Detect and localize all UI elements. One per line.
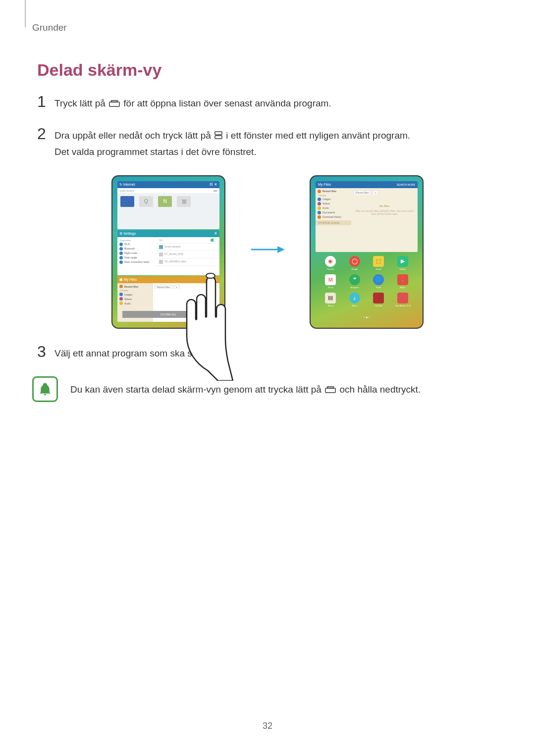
step-number: 2	[37, 126, 54, 142]
step-number: 1	[37, 94, 54, 109]
page-dots: ◦ ● ◦	[316, 315, 418, 319]
arrow-icon	[250, 175, 285, 256]
tile	[120, 196, 134, 207]
close-all-button: CLOSE ALL	[122, 311, 214, 318]
tile: ▥	[177, 196, 191, 207]
figure-left-wrapper: ↻ Internet ⊟ ✕ Quick access ◀ ▶ Q N ▥	[111, 175, 225, 329]
note-tip: Du kan även starta delad skärm-vyn genom…	[32, 376, 498, 402]
step-2: 2 Dra uppåt eller nedåt och tryck lätt p…	[37, 126, 498, 160]
tile: Q	[139, 196, 153, 207]
page-number: 32	[0, 721, 535, 731]
note-text-post: och hålla nedtryckt.	[339, 384, 421, 395]
step2-text-post: i ett fönster med ett nyligen använt pro…	[226, 130, 410, 141]
split-icon	[214, 128, 222, 144]
svg-rect-2	[215, 132, 222, 135]
step-1: 1 Tryck lätt på för att öppna listan öve…	[37, 94, 498, 112]
tablet-left: ↻ Internet ⊟ ✕ Quick access ◀ ▶ Q N ▥	[111, 175, 225, 329]
s2-hdr-right: SEARCH MORE	[397, 183, 415, 186]
win2-title: ⚙ Settings	[119, 232, 136, 236]
note-text-pre: Du kan även starta delad skärm-vyn genom…	[70, 384, 324, 395]
svg-marker-6	[277, 246, 285, 253]
svg-rect-0	[109, 102, 119, 106]
step2-line2: Det valda programmet startas i det övre …	[54, 147, 257, 157]
window-internet: ↻ Internet ⊟ ✕ Quick access ◀ ▶ Q N ▥	[117, 181, 219, 229]
tablet-right: My Files SEARCH MORE Recent files Catego…	[310, 175, 424, 329]
win1-title: ↻ Internet	[119, 183, 135, 187]
step-number: 3	[37, 344, 54, 359]
tile: N	[158, 196, 172, 207]
svg-rect-1	[111, 101, 117, 102]
browser-bar: Quick access ◀ ▶	[117, 188, 219, 193]
bell-icon	[32, 376, 58, 402]
step1-text-post: för att öppna listan över senast använda…	[123, 98, 331, 108]
window-settings: ⚙ Settings ✕ Connections Wi-Fi Bluetooth…	[117, 230, 219, 276]
figure-group: ↻ Internet ⊟ ✕ Quick access ◀ ▶ Q N ▥	[37, 175, 498, 329]
breadcrumb: Grunder	[32, 22, 498, 33]
step2-text-pre: Dra uppåt eller nedåt och tryck lätt på	[54, 130, 214, 141]
win2-close: ✕	[214, 231, 217, 236]
recents-icon	[109, 96, 120, 112]
window-myfiles: ▦ My Files ⊟ ✕ Recent files Category Ima…	[117, 276, 219, 322]
svg-rect-7	[325, 388, 335, 393]
step-3: 3 Välj ett annat program som ska startas…	[37, 344, 498, 361]
recents-icon	[325, 382, 336, 398]
step1-text-pre: Tryck lätt på	[54, 98, 108, 108]
win1-icons: ⊟ ✕	[210, 182, 217, 187]
win3-icons: ⊟ ✕	[210, 278, 217, 282]
svg-rect-8	[327, 387, 333, 388]
step3-text: Välj ett annat program som ska startas.	[54, 344, 218, 361]
svg-rect-3	[215, 136, 222, 139]
win3-title: ▦ My Files	[119, 278, 137, 282]
page-title: Delad skärm-vy	[37, 60, 498, 80]
s2-title: My Files	[318, 183, 331, 186]
